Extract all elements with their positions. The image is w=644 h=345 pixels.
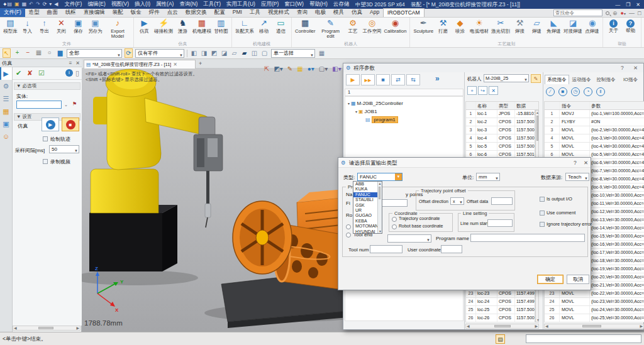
ribbon-button[interactable]: ▱ 焊缝 — [528, 18, 545, 42]
dropdown-item[interactable]: KEBA — [353, 219, 378, 224]
dropdown-item[interactable]: MOTOMAN — [353, 224, 378, 229]
entity-filter-icon[interactable]: ◧ — [190, 49, 198, 57]
toolbar-icon[interactable]: ▆ — [56, 48, 64, 58]
ribbon-button[interactable]: ✒ Sculpture — [412, 18, 435, 42]
tool-num-input[interactable] — [370, 245, 402, 253]
parts-only-combobox[interactable]: 仅有零件▼ — [135, 49, 184, 58]
ribbon-tab[interactable]: 视觉样式 — [264, 8, 293, 17]
dropdown-item[interactable]: GUGAO — [353, 213, 378, 218]
panel-close-icon[interactable]: ✕ — [633, 63, 638, 72]
menu-item[interactable]: 插入(I) — [135, 1, 150, 8]
toolbar-icon[interactable]: − — [24, 48, 32, 58]
column-header-data[interactable]: 数据 — [515, 102, 538, 109]
view-toolbar-icon[interactable]: ⇱ — [264, 65, 269, 72]
interval-combobox[interactable]: 50▼ — [49, 145, 79, 153]
robot-base-coordinate-radio[interactable] — [392, 224, 397, 229]
panel-horizontal-scrollbar[interactable]: ◀▶ — [13, 326, 80, 331]
menu-item[interactable]: 编辑(E) — [87, 1, 105, 8]
menu-item[interactable]: 文件(F) — [65, 1, 82, 8]
expand-toolbar-icon[interactable]: » — [435, 74, 440, 83]
view-toolbar-icon[interactable]: ◧▾ — [332, 65, 341, 72]
entity-filter-icon[interactable]: ◪ — [220, 49, 228, 57]
filter-all-combobox[interactable]: 全部▼ — [67, 49, 122, 58]
flag-icon[interactable]: ⚑ — [72, 101, 77, 107]
ribbon-button[interactable]: ⚡ 碰撞检测 — [153, 18, 174, 42]
entity-input[interactable] — [16, 101, 62, 109]
command-row[interactable]: 25 MOVL (loc-24,Vel=30.00000,Acc=40.0 — [545, 306, 644, 314]
toolbar-icon[interactable]: ▦ — [35, 48, 43, 58]
menu-item[interactable]: 窗口(W) — [284, 1, 304, 8]
ribbon-button[interactable]: ↓ 导入 — [19, 18, 36, 42]
window-control-button[interactable]: — — [615, 2, 620, 8]
panel-strip-icon[interactable]: ☺ — [0, 130, 12, 143]
unit-combobox[interactable]: mm▼ — [476, 173, 500, 181]
refresh-filter-icon[interactable]: ⟳ — [125, 48, 133, 58]
location-row[interactable]: 4 loc-4 CPOS 1157.5005 — [466, 134, 535, 143]
ribbon-tab[interactable]: 焊件 — [145, 8, 164, 17]
window-control-button[interactable]: ✕ — [636, 2, 640, 8]
tab-close-icon[interactable]: ✕ — [173, 61, 177, 68]
toolbar-icon[interactable]: ↖ — [3, 48, 11, 58]
ribbon-button[interactable]: ↑ 导出 — [36, 18, 53, 42]
offset-direction-combobox[interactable]: x▼ — [450, 197, 464, 205]
menu-item[interactable]: 视图(V) — [111, 1, 129, 8]
column-header-command[interactable]: 指令 — [560, 102, 590, 109]
ribbon-button[interactable]: ↗ 移动 — [255, 18, 272, 42]
doc-minimize-icon[interactable]: — — [629, 10, 635, 16]
quick-access-icon[interactable]: ▣ — [14, 1, 19, 8]
trajectory-coordinate-radio[interactable] — [392, 217, 397, 222]
ribbon-button[interactable]: ▣ 另存为 — [87, 18, 104, 42]
ribbon-tab[interactable]: 数据交换 — [182, 8, 211, 17]
column-header-type[interactable]: 类型 — [497, 102, 515, 109]
location-row[interactable]: 3 loc-3 CPOS 1157.5004 — [466, 126, 535, 134]
dropdown-item[interactable]: UR — [353, 208, 378, 213]
command-toolbar-icon[interactable]: ◷ — [571, 87, 580, 96]
ribbon-button[interactable]: ▭ 通信 — [272, 18, 289, 42]
program-name-input[interactable] — [470, 234, 585, 242]
ribbon-button[interactable]: ◎ 工作空间 — [362, 18, 383, 42]
ribbon-button[interactable]: ◆ 喷涂 — [452, 18, 469, 42]
joint-space-radio[interactable] — [346, 224, 351, 229]
panel-strip-icon[interactable]: ☰ — [0, 92, 12, 105]
view-toolbar-icon[interactable]: ▦ — [297, 65, 303, 72]
location-row[interactable]: 24 loc-24 CPOS 1157.4999 — [466, 298, 535, 306]
menu-item[interactable]: 工具(T) — [203, 1, 221, 8]
ribbon-tab[interactable]: 造型 — [25, 8, 43, 17]
locations-horizontal-scrollbar[interactable]: ◀▶ — [465, 324, 539, 329]
ribbon-button[interactable]: ▦ 机电建模 — [191, 18, 213, 42]
command-input[interactable] — [526, 334, 641, 343]
extra-combobox[interactable]: ▼ — [387, 234, 431, 243]
entity-filter-icon[interactable]: ◫ — [250, 49, 258, 57]
toolbar-end-icon[interactable]: ▦ — [318, 49, 326, 57]
quick-access-icon[interactable]: ↷ — [36, 1, 40, 8]
program-toolbar-button[interactable]: ⇆ — [406, 74, 420, 85]
toolbar-icon[interactable]: + — [13, 48, 21, 58]
command-row[interactable]: 1 MOVJ (loc-1,Vel=100.00000,Acc=50.0 — [545, 110, 644, 118]
ribbon-button[interactable]: ▦ Controller — [294, 18, 317, 42]
search-icon[interactable] — [606, 11, 609, 15]
tree-node-program[interactable]: ▤ program1 — [365, 116, 398, 123]
user-coordinate-input[interactable] — [441, 245, 462, 253]
command-toolbar-icon[interactable]: ∕ — [546, 87, 555, 96]
command-tab[interactable]: 控制指令 — [594, 75, 618, 84]
menu-item[interactable]: 实用工具(U) — [226, 1, 255, 8]
ribbon-button[interactable]: i 关于 — [605, 18, 622, 42]
dropdown-item[interactable]: HYUNDAI — [353, 229, 378, 234]
line-num-start-input[interactable] — [487, 219, 513, 227]
location-row[interactable]: 5 loc-5 CPOS 1157.5003 — [466, 143, 535, 151]
program-toolbar-button[interactable]: ⇄ — [391, 74, 405, 85]
location-row[interactable]: 25 loc-25 CPOS 1157.5004 — [466, 306, 535, 314]
quick-access-icon[interactable]: ◀ — [54, 1, 58, 8]
ribbon-button[interactable]: ▶ 仿真 — [136, 18, 153, 42]
view-toolbar-icon[interactable]: ●▾ — [308, 65, 314, 72]
command-row[interactable]: 4 MOVL (loc-3,Vel=30.00000,Acc=40.0 — [545, 134, 644, 143]
view-toolbar-icon[interactable]: ◩▾ — [274, 65, 282, 72]
ribbon-tab[interactable]: 点云 — [164, 8, 182, 17]
section-required-header[interactable]: ▼ 必选项 — [14, 82, 80, 90]
panel-strip-icon[interactable]: ⚙ — [0, 80, 12, 92]
ribbon-button[interactable]: ∟ 装配关系 — [234, 18, 255, 42]
record-video-checkbox[interactable] — [43, 159, 48, 164]
menu-item[interactable]: 属性(A) — [156, 1, 174, 8]
ribbon-tab[interactable]: 配置 — [211, 8, 229, 17]
new-tab-button[interactable]: + — [199, 60, 202, 67]
